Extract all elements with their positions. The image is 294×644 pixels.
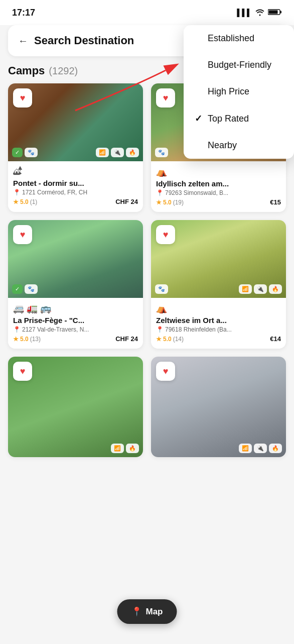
heart-icon-bottom-right: ♥ — [163, 366, 169, 377]
amenity-badge-zelt: 🐾 — [155, 284, 168, 294]
card-info-idyllisch: ⛺ Idyllisch zelten am... 📍 79263 Simonsw… — [151, 161, 286, 212]
search-title: Search Destination — [34, 34, 134, 47]
camp-card-zelt[interactable]: ♥ 🐾 📶 🔌 🔥 ⛺ Zeltwiese im Ort a... 📍 7961… — [151, 220, 286, 349]
card-badges-left-pontet: ✓ 🐾 — [12, 148, 38, 157]
card-location-idyllisch: 📍 79263 Simonswald, B... — [156, 189, 281, 196]
card-image-pontet: ♥ ✓ 🐾 📶 🔌 🔥 — [8, 83, 143, 161]
location-pin-prise: 📍 — [13, 326, 21, 333]
heart-icon-bottom-left: ♥ — [20, 366, 26, 377]
favorite-button-idyllisch[interactable]: ♥ — [156, 88, 175, 108]
card-info-zelt: ⛺ Zeltwiese im Ort a... 📍 79618 Rheinfel… — [151, 298, 286, 349]
amenity-fire-pontet: 🔥 — [126, 148, 139, 157]
type-icon-prise: 🚐 🚛 🚌 — [13, 303, 138, 314]
camps-title: Camps — [8, 64, 45, 77]
camp-card-bottom-left[interactable]: ♥ 📶 🔥 — [8, 357, 143, 457]
heart-icon-idyllisch: ♥ — [163, 93, 169, 103]
amenity-b1: 📶 — [111, 444, 124, 453]
card-footer-pontet: ★ 5.0 (1) CHF 24 — [13, 198, 138, 205]
amenity-plug-pontet: 🔌 — [111, 148, 124, 157]
card-price-zelt: €14 — [270, 335, 281, 343]
heart-icon-prise: ♥ — [20, 230, 26, 240]
favorite-button-prise[interactable]: ♥ — [13, 225, 32, 244]
dropdown-item-highprice[interactable]: High Price — [184, 78, 294, 105]
card-badges-left-zelt: 🐾 — [155, 284, 168, 294]
dropdown-item-toprated[interactable]: ✓ Top Rated — [184, 105, 294, 132]
favorite-button-pontet[interactable]: ♥ — [13, 88, 32, 108]
amenity-fire-zelt: 🔥 — [269, 284, 282, 294]
card-rating-pontet: ★ 5.0 (1) — [13, 198, 37, 205]
svg-rect-1 — [269, 10, 278, 14]
heart-icon-zelt: ♥ — [163, 230, 169, 240]
amenity-br3: 🔥 — [269, 444, 282, 453]
amenity-wifi-zelt: 📶 — [239, 284, 252, 294]
location-pin-pontet: 📍 — [13, 189, 21, 196]
star-icon-prise: ★ — [13, 336, 19, 343]
camp-card-pontet[interactable]: ♥ ✓ 🐾 📶 🔌 🔥 🏕 Pontet - dormir su... 📍 17… — [8, 83, 143, 212]
heart-icon-pontet: ♥ — [20, 93, 26, 103]
amenity-badge-pontet: 🐾 — [25, 148, 38, 157]
amenity-badge-idyllisch: 🐾 — [155, 148, 168, 157]
battery-icon — [268, 9, 282, 17]
dropdown-item-nearby[interactable]: Nearby — [184, 132, 294, 159]
amenity-badge-prise: 🐾 — [25, 284, 38, 294]
wifi-icon — [255, 8, 265, 18]
card-title-pontet: Pontet - dormir su... — [13, 179, 138, 187]
favorite-button-bottom-left[interactable]: ♥ — [13, 362, 32, 381]
amenity-wifi-pontet: 📶 — [96, 148, 109, 157]
card-rating-idyllisch: ★ 5.0 (19) — [156, 199, 184, 206]
signal-icon: ▌▌▌ — [237, 9, 252, 17]
amenity-b2: 🔥 — [126, 444, 139, 453]
map-label: Map — [146, 607, 163, 617]
card-title-idyllisch: Idyllisch zelten am... — [156, 179, 281, 188]
card-rating-zelt: ★ 5.0 (14) — [156, 336, 184, 343]
amenity-plug-zelt: 🔌 — [254, 284, 267, 294]
card-badges-bottom-right: 📶 🔌 🔥 — [239, 444, 282, 453]
star-icon-pontet: ★ — [13, 198, 19, 205]
camp-card-bottom-right[interactable]: ♥ 📶 🔌 🔥 — [151, 357, 286, 457]
amenity-br1: 📶 — [239, 444, 252, 453]
type-icon-pontet: 🏕 — [13, 166, 138, 177]
card-rating-prise: ★ 5.0 (13) — [13, 336, 41, 343]
dropdown-item-budget[interactable]: Budget-Friendly — [184, 52, 294, 78]
card-location-zelt: 📍 79618 Rheinfelden (Ba... — [156, 326, 281, 333]
card-location-prise: 📍 2127 Val-de-Travers, N... — [13, 326, 138, 333]
camps-grid-bottom: ♥ 📶 🔥 ♥ 📶 🔌 🔥 — [0, 357, 294, 497]
svg-rect-2 — [280, 11, 282, 13]
card-badges-zelt: 📶 🔌 🔥 — [239, 284, 282, 294]
card-badges-left-prise: ✓ 🐾 — [12, 284, 38, 294]
camp-card-prise[interactable]: ♥ ✓ 🐾 🚐 🚛 🚌 La Prise-Fège - "C... 📍 2127… — [8, 220, 143, 349]
card-price-prise: CHF 24 — [115, 335, 138, 343]
map-button-container: 📍 Map — [117, 599, 177, 624]
card-footer-zelt: ★ 5.0 (14) €14 — [156, 335, 281, 343]
back-button[interactable]: ← — [18, 35, 28, 47]
location-pin-idyllisch: 📍 — [156, 189, 164, 196]
star-icon-idyllisch: ★ — [156, 199, 162, 206]
card-image-zelt: ♥ 🐾 📶 🔌 🔥 — [151, 220, 286, 298]
type-icon-zelt: ⛺ — [156, 303, 281, 314]
card-title-prise: La Prise-Fège - "C... — [13, 316, 138, 325]
card-title-zelt: Zeltwiese im Ort a... — [156, 316, 281, 325]
map-button[interactable]: 📍 Map — [117, 599, 177, 624]
status-icons: ▌▌▌ — [237, 8, 282, 18]
card-badges-bottom-left: 📶 🔥 — [111, 444, 139, 453]
amenity-br2: 🔌 — [254, 444, 267, 453]
dropdown-item-established[interactable]: Established — [184, 25, 294, 52]
card-info-prise: 🚐 🚛 🚌 La Prise-Fège - "C... 📍 2127 Val-d… — [8, 298, 143, 349]
card-footer-prise: ★ 5.0 (13) CHF 24 — [13, 335, 138, 343]
location-pin-zelt: 📍 — [156, 326, 164, 333]
card-info-pontet: 🏕 Pontet - dormir su... 📍 1721 Cormérod,… — [8, 161, 143, 211]
card-badges-pontet: 📶 🔌 🔥 — [96, 148, 139, 157]
favorite-button-zelt[interactable]: ♥ — [156, 225, 175, 244]
card-footer-idyllisch: ★ 5.0 (19) €15 — [156, 198, 281, 206]
card-price-pontet: CHF 24 — [115, 198, 138, 205]
card-image-prise: ♥ ✓ 🐾 — [8, 220, 143, 298]
card-location-pontet: 📍 1721 Cormérod, FR, CH — [13, 189, 138, 196]
sort-dropdown: Established Budget-Friendly High Price ✓… — [184, 25, 294, 159]
card-price-idyllisch: €15 — [270, 198, 281, 206]
camps-count: (1292) — [49, 65, 78, 77]
card-badges-left-idyllisch: 🐾 — [155, 148, 168, 157]
verified-badge-pontet: ✓ — [12, 148, 23, 157]
star-icon-zelt: ★ — [156, 336, 162, 343]
favorite-button-bottom-right[interactable]: ♥ — [156, 362, 175, 381]
verified-badge-prise: ✓ — [12, 284, 23, 294]
